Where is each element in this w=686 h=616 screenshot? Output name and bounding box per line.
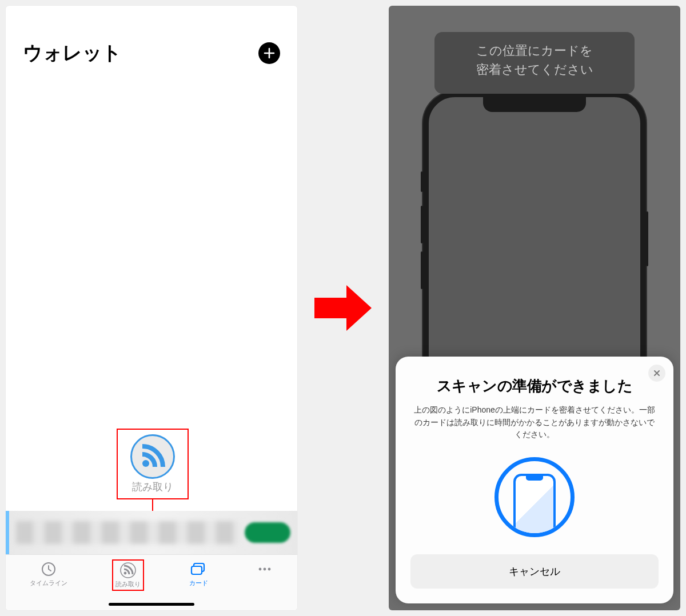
phone-side-button bbox=[421, 171, 423, 192]
svg-point-7 bbox=[263, 568, 266, 571]
svg-point-3 bbox=[124, 572, 127, 575]
phone-side-button bbox=[646, 211, 648, 266]
clock-icon bbox=[41, 561, 57, 577]
read-callout-circle bbox=[130, 434, 175, 479]
svg-point-6 bbox=[258, 568, 261, 571]
home-indicator[interactable] bbox=[109, 603, 194, 606]
tab-label: タイムライン bbox=[30, 579, 67, 587]
plus-icon bbox=[264, 47, 275, 59]
wallet-header: ウォレット bbox=[6, 6, 297, 66]
tab-bar: タイムライン 読み取り カード bbox=[6, 554, 297, 610]
cards-icon bbox=[190, 561, 207, 577]
close-icon bbox=[653, 370, 660, 377]
cancel-button[interactable]: キャンセル bbox=[410, 554, 659, 589]
sheet-title: スキャンの準備ができました bbox=[410, 376, 659, 396]
tab-card[interactable]: カード bbox=[186, 559, 212, 589]
svg-point-8 bbox=[268, 568, 270, 571]
position-tooltip: この位置にカードを 密着させてください bbox=[434, 32, 635, 94]
svg-point-0 bbox=[142, 460, 149, 467]
sheet-description: 上の図のようにiPhoneの上端にカードを密着させてください。一部のカードは読み… bbox=[410, 404, 659, 441]
scan-ready-sheet: スキャンの準備ができました 上の図のようにiPhoneの上端にカードを密着させて… bbox=[396, 357, 673, 603]
rss-icon bbox=[120, 562, 136, 578]
tab-read[interactable]: 読み取り bbox=[112, 559, 144, 591]
wallet-screen: ウォレット 読み取り bbox=[6, 6, 297, 610]
close-button[interactable] bbox=[648, 365, 665, 382]
tab-timeline[interactable]: タイムライン bbox=[26, 559, 71, 589]
svg-rect-5 bbox=[192, 566, 202, 574]
ad-cta-pill[interactable] bbox=[245, 522, 290, 543]
read-callout: 読み取り bbox=[117, 429, 189, 499]
tab-more[interactable] bbox=[253, 559, 277, 579]
phone-notch bbox=[483, 97, 586, 112]
nfc-graphic bbox=[410, 457, 659, 537]
tab-label: カード bbox=[189, 579, 208, 587]
rss-icon bbox=[138, 442, 167, 471]
page-title: ウォレット bbox=[23, 40, 122, 66]
add-button[interactable] bbox=[258, 42, 280, 64]
more-icon bbox=[256, 561, 273, 577]
tooltip-line: この位置にカードを bbox=[446, 41, 623, 60]
read-callout-label: 読み取り bbox=[132, 480, 173, 494]
ad-banner[interactable] bbox=[6, 511, 297, 554]
nfc-phone-icon bbox=[513, 474, 556, 537]
nfc-circle-icon bbox=[494, 457, 575, 537]
ad-blurred-text bbox=[16, 521, 239, 544]
phone-side-button bbox=[421, 206, 423, 243]
arrow-right-icon bbox=[314, 285, 372, 331]
tooltip-line: 密着させてください bbox=[446, 60, 623, 79]
tab-label: 読み取り bbox=[115, 580, 141, 589]
phone-side-button bbox=[421, 251, 423, 289]
nfc-scan-screen: この位置にカードを 密着させてください スキャンの準備ができました 上の図のよう… bbox=[389, 6, 680, 610]
